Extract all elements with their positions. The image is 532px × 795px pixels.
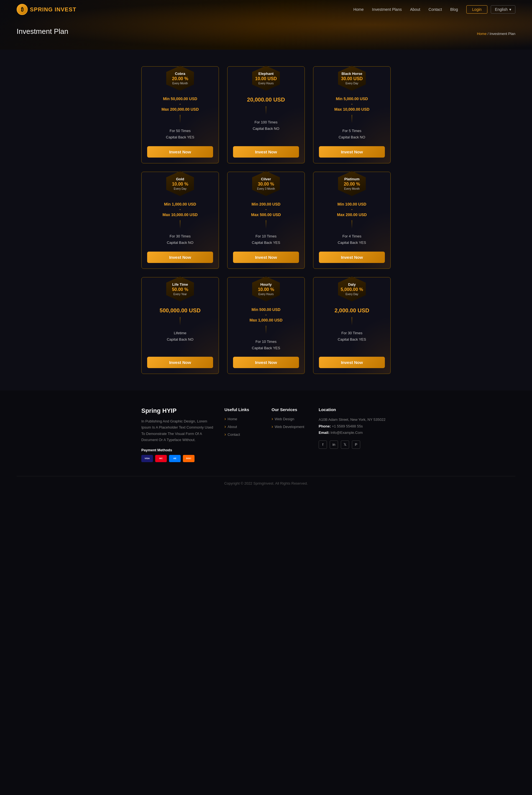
page-title: Investment Plan xyxy=(17,27,515,36)
plan-badge-blackhorse: Black Horse 30.00 USD Every Day xyxy=(338,66,366,91)
footer-location-title: Location xyxy=(319,407,391,412)
plan-freq: Every 3 Month xyxy=(257,187,275,190)
footer-services-title: Our Services xyxy=(271,407,307,412)
plan-detail: For 100 Times Capital Back NO xyxy=(233,119,299,132)
footer-link-contact[interactable]: Contact xyxy=(225,432,261,437)
footer-location: Location A10B Adam Street, New York, NY … xyxy=(319,407,391,462)
footer-address: A10B Adam Street, New York, NY 535022 xyxy=(319,416,391,423)
amex-icon: AE xyxy=(169,455,180,462)
footer-service-webdesign[interactable]: Web Design xyxy=(271,416,307,421)
plan-rate: 10.00 % xyxy=(258,287,274,292)
plan-name: Platinum xyxy=(344,177,360,181)
footer-email: Email: Info@Example.Com xyxy=(319,429,391,436)
plan-rate: 30.00 USD xyxy=(341,76,363,81)
login-button[interactable]: Login xyxy=(466,5,488,14)
breadcrumb-home[interactable]: Home xyxy=(477,32,487,36)
plan-detail: For 50 Times Capital Back YES xyxy=(147,128,213,141)
invest-button-gold[interactable]: Invest Now xyxy=(147,252,213,263)
logo[interactable]: ₿ Spring Invest xyxy=(17,4,76,15)
plan-name: Black Horse xyxy=(341,72,362,76)
plan-card-hourly: Hourly 10.00 % Every Hours Min 500.00 US… xyxy=(227,277,305,374)
plan-card-platinum: Platinum 20.00 % Every Month Min 100.00 … xyxy=(313,172,391,269)
invest-button-blackhorse[interactable]: Invest Now xyxy=(319,146,385,158)
footer-link-home[interactable]: Home xyxy=(225,416,261,421)
plan-rate: 10.00 % xyxy=(172,182,188,187)
discover-icon: DISC xyxy=(183,455,194,462)
plan-freq: Every Day xyxy=(345,82,358,85)
plan-name: Gold xyxy=(176,177,184,181)
plan-name: Cilver xyxy=(261,177,271,181)
breadcrumb: Home / Investment Plan xyxy=(477,32,515,36)
plan-freq: Every Day xyxy=(174,187,187,190)
nav-contact[interactable]: Contact xyxy=(429,7,442,12)
hero-banner: Investment Plan Home / Investment Plan xyxy=(0,19,532,50)
facebook-icon[interactable]: f xyxy=(319,440,327,449)
main-content: Cobra 20.00 % Every Month Min 50,000.00 … xyxy=(0,50,532,391)
plan-min: Min 100.00 USD xyxy=(319,202,385,206)
plan-name: Cobra xyxy=(175,72,185,76)
footer-useful-links: Useful Links Home About Contact xyxy=(225,407,261,462)
plan-min: Min 200.00 USD xyxy=(233,202,299,206)
plan-detail: For 4 Times Capital Back YES xyxy=(319,233,385,246)
breadcrumb-current: Investment Plan xyxy=(490,32,515,36)
plan-max: Max 10,000.00 USD xyxy=(319,107,385,111)
footer-link-about[interactable]: About xyxy=(225,424,261,429)
plan-min: Min 500.00 USD xyxy=(233,307,299,312)
plan-max: Max 200.00 USD xyxy=(319,213,385,217)
plan-rate: 50.00 % xyxy=(172,287,188,292)
visa-icon: VISA xyxy=(141,455,153,462)
invest-button-lifetime[interactable]: Invest Now xyxy=(147,357,213,368)
plan-detail: For 30 Times Capital Back YES xyxy=(319,330,385,343)
plan-freq: Every Month xyxy=(172,82,188,85)
plan-amount: 2,000.00 USD xyxy=(319,307,385,314)
plan-rate: 20.00 % xyxy=(172,76,188,81)
linkedin-icon[interactable]: in xyxy=(330,440,338,449)
nav-about[interactable]: About xyxy=(410,7,420,12)
plan-min: Min 50,000.00 USD xyxy=(147,96,213,101)
plan-max: Max 200,000.00 USD xyxy=(147,107,213,111)
twitter-icon[interactable]: 𝕏 xyxy=(341,440,349,449)
invest-button-cilver[interactable]: Invest Now xyxy=(233,252,299,263)
footer-service-webdev[interactable]: Web Development xyxy=(271,424,307,429)
footer-services: Our Services Web Design Web Development xyxy=(271,407,307,462)
plan-max: Max 1,000.00 USD xyxy=(233,318,299,322)
footer: Spring HYIP In Publishing And Graphic De… xyxy=(0,391,532,490)
plan-detail: For 5 Times Capital Back NO xyxy=(319,128,385,141)
invest-button-elephant[interactable]: Invest Now xyxy=(233,146,299,158)
plan-badge-elephant: Elephant 10.00 USD Every Hours xyxy=(252,66,280,91)
plan-detail: Lifetime Capital Back NO xyxy=(147,330,213,343)
plan-badge-hourly: Hourly 10.00 % Every Hours xyxy=(252,276,280,302)
social-icons: f in 𝕏 P xyxy=(319,440,391,449)
chevron-down-icon: ▾ xyxy=(509,7,511,12)
plan-badge-daly: Daly 5,000.00 % Every Day xyxy=(338,276,366,302)
invest-button-platinum[interactable]: Invest Now xyxy=(319,252,385,263)
copyright: Copyright © 2022 SpringInvest. All Right… xyxy=(22,481,510,485)
plan-freq: Every Hours xyxy=(258,82,273,85)
invest-button-cobra[interactable]: Invest Now xyxy=(147,146,213,158)
footer-services-list: Web Design Web Development xyxy=(271,416,307,429)
plan-freq: Every Year xyxy=(173,293,187,296)
nav-blog[interactable]: Blog xyxy=(450,7,458,12)
footer-brand-name: Spring HYIP xyxy=(141,407,213,414)
plan-name: Life Time xyxy=(172,283,188,287)
plan-detail: For 10 Times Capital Back YES xyxy=(233,339,299,351)
plan-freq: Every Hours xyxy=(258,293,273,296)
footer-payment-title: Payment Methods xyxy=(141,448,213,452)
plan-badge-lifetime: Life Time 50.00 % Every Year xyxy=(166,276,194,302)
header: ₿ Spring Invest Home Investment Plans Ab… xyxy=(0,0,532,50)
invest-button-daly[interactable]: Invest Now xyxy=(319,357,385,368)
language-selector[interactable]: English ▾ xyxy=(491,5,515,14)
invest-button-hourly[interactable]: Invest Now xyxy=(233,357,299,368)
plan-amount: 500,000.00 USD xyxy=(147,307,213,314)
plan-card-gold: Gold 10.00 % Every Day Min 1,000.00 USD … xyxy=(141,172,219,269)
pinterest-icon[interactable]: P xyxy=(352,440,360,449)
footer-grid: Spring HYIP In Publishing And Graphic De… xyxy=(141,407,391,462)
plan-name: Elephant xyxy=(259,72,274,76)
footer-bottom: Copyright © 2022 SpringInvest. All Right… xyxy=(17,476,515,490)
plan-freq: Every Day xyxy=(345,293,358,296)
nav-home[interactable]: Home xyxy=(353,7,363,12)
plan-card-blackhorse: Black Horse 30.00 USD Every Day Min 5,00… xyxy=(313,66,391,163)
nav-investment-plans[interactable]: Investment Plans xyxy=(372,7,402,12)
logo-icon: ₿ xyxy=(17,4,28,15)
footer-brand-desc: In Publishing And Graphic Design, Lorem … xyxy=(141,418,213,443)
